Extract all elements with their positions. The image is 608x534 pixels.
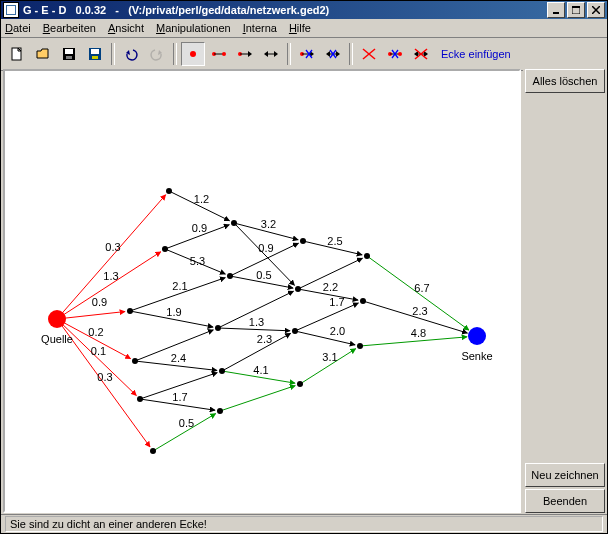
graph-node[interactable] (297, 381, 303, 387)
graph-edge[interactable] (57, 252, 161, 319)
edge-weight-label: 0.9 (92, 296, 107, 308)
graph-node[interactable] (300, 238, 306, 244)
edge-weight-label: 2.5 (327, 235, 342, 247)
edge-weight-label: 3.2 (261, 218, 276, 230)
menu-manipulationen[interactable]: Manipulationen (156, 22, 231, 34)
menu-interna[interactable]: Interna (243, 22, 277, 34)
graph-node[interactable] (227, 273, 233, 279)
svg-rect-11 (92, 56, 98, 59)
app-window: G - E - D 0.0.32 - (V:/privat/perl/ged/d… (0, 0, 608, 534)
graph-node[interactable] (364, 253, 370, 259)
title-bar[interactable]: G - E - D 0.0.32 - (V:/privat/perl/ged/d… (1, 1, 607, 19)
graph-node[interactable] (219, 368, 225, 374)
graph-node[interactable] (150, 448, 156, 454)
toolbar-separator (111, 43, 115, 65)
open-file-button[interactable] (31, 42, 55, 66)
sink-label: Senke (461, 350, 492, 362)
redraw-button[interactable]: Neu zeichnen (525, 463, 605, 487)
mode-delete-arrow-button[interactable] (295, 42, 319, 66)
edge-weight-label: 5.3 (190, 255, 205, 267)
close-app-button[interactable]: Beenden (525, 489, 605, 513)
svg-rect-0 (553, 12, 559, 14)
edge-weight-label: 0.5 (179, 417, 194, 429)
edge-weight-label: 0.3 (105, 241, 120, 253)
edge-weight-label: 0.5 (256, 269, 271, 281)
mode-add-biarrow-button[interactable] (259, 42, 283, 66)
mode-delete-biarrow-button[interactable] (321, 42, 345, 66)
edge-weight-label: 2.4 (171, 352, 186, 364)
mode-add-arrow-button[interactable] (233, 42, 257, 66)
edge-weight-label: 1.9 (166, 306, 181, 318)
edge-weight-label: 3.1 (322, 351, 337, 363)
graph-node[interactable] (127, 308, 133, 314)
source-node[interactable] (48, 310, 66, 328)
svg-rect-7 (65, 49, 73, 54)
toolbar-separator (173, 43, 177, 65)
graph-edge[interactable] (220, 386, 295, 411)
svg-rect-2 (572, 6, 580, 8)
redo-button[interactable] (145, 42, 169, 66)
graph-svg: 0.31.30.90.20.10.31.23.22.56.70.90.95.30… (5, 71, 521, 511)
graph-node[interactable] (217, 408, 223, 414)
source-label: Quelle (41, 333, 73, 345)
menu-hilfe[interactable]: Hilfe (289, 22, 311, 34)
maximize-button[interactable] (567, 2, 585, 18)
sink-node[interactable] (468, 327, 486, 345)
clear-all-button[interactable]: Alles löschen (525, 69, 605, 93)
graph-node[interactable] (132, 358, 138, 364)
edge-weight-label: 0.2 (88, 326, 103, 338)
edge-weight-label: 2.0 (330, 325, 345, 337)
sidebar: Alles löschen Neu zeichnen Beenden (523, 67, 607, 515)
svg-rect-10 (91, 49, 99, 54)
graph-node[interactable] (360, 298, 366, 304)
edge-weight-label: 1.2 (194, 193, 209, 205)
window-title: G - E - D 0.0.32 - (V:/privat/perl/ged/d… (23, 4, 547, 16)
graph-edge[interactable] (57, 195, 166, 319)
svg-rect-8 (66, 56, 72, 59)
status-bar: Sie sind zu dicht an einer anderen Ecke! (1, 514, 607, 533)
graph-node[interactable] (357, 343, 363, 349)
graph-edge[interactable] (218, 328, 290, 331)
graph-node[interactable] (292, 328, 298, 334)
graph-edge[interactable] (295, 303, 358, 331)
mode-x-biarrow-button[interactable] (409, 42, 433, 66)
edge-weight-label: 1.3 (103, 270, 118, 282)
edge-weight-label: 6.7 (414, 282, 429, 294)
mode-x-edge-button[interactable] (383, 42, 407, 66)
menu-ansicht[interactable]: Ansicht (108, 22, 144, 34)
save-button[interactable] (57, 42, 81, 66)
mode-add-edge-button[interactable] (207, 42, 231, 66)
app-icon (3, 2, 19, 18)
svg-point-15 (222, 52, 226, 56)
close-button[interactable] (587, 2, 605, 18)
toolbar-separator (287, 43, 291, 65)
svg-point-12 (190, 51, 196, 57)
edge-weight-label: 1.3 (249, 316, 264, 328)
minimize-button[interactable] (547, 2, 565, 18)
graph-node[interactable] (215, 325, 221, 331)
undo-button[interactable] (119, 42, 143, 66)
svg-point-30 (398, 52, 402, 56)
graph-canvas[interactable]: 0.31.30.90.20.10.31.23.22.56.70.90.95.30… (3, 69, 521, 513)
graph-edge[interactable] (295, 331, 355, 345)
graph-node[interactable] (166, 188, 172, 194)
edge-weight-label: 0.9 (192, 222, 207, 234)
menu-datei[interactable]: Datei (5, 22, 31, 34)
mode-hint-label: Ecke einfügen (441, 48, 511, 60)
edge-weight-label: 1.7 (172, 391, 187, 403)
status-text: Sie sind zu dicht an einer anderen Ecke! (5, 516, 603, 532)
edge-weight-label: 2.2 (323, 281, 338, 293)
graph-node[interactable] (295, 286, 301, 292)
menu-bar: Datei Bearbeiten Ansicht Manipulationen … (1, 19, 607, 38)
mode-add-vertex-button[interactable] (181, 42, 205, 66)
graph-node[interactable] (137, 396, 143, 402)
graph-node[interactable] (231, 220, 237, 226)
toolbar-separator (349, 43, 353, 65)
new-file-button[interactable] (5, 42, 29, 66)
save-alt-button[interactable] (83, 42, 107, 66)
edge-weight-label: 2.3 (412, 305, 427, 317)
menu-bearbeiten[interactable]: Bearbeiten (43, 22, 96, 34)
edge-weight-label: 2.3 (257, 333, 272, 345)
mode-x1-button[interactable] (357, 42, 381, 66)
graph-node[interactable] (162, 246, 168, 252)
